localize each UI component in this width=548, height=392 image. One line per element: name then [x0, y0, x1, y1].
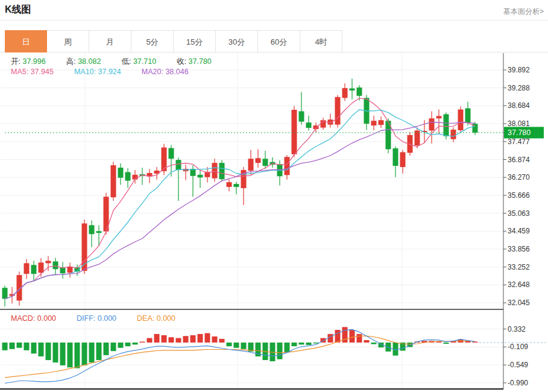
- candle[interactable]: [248, 159, 254, 171]
- macd-bar[interactable]: [2, 343, 8, 350]
- macd-bar[interactable]: [82, 343, 87, 365]
- macd-bar[interactable]: [357, 334, 362, 343]
- candle[interactable]: [24, 263, 30, 274]
- macd-bar[interactable]: [299, 343, 304, 344]
- candle[interactable]: [227, 182, 232, 187]
- candle[interactable]: [53, 261, 58, 269]
- candle[interactable]: [234, 184, 239, 187]
- price-axis-label: 39.892: [508, 66, 530, 74]
- tab-period-0[interactable]: 日: [5, 30, 47, 52]
- candle[interactable]: [292, 110, 297, 154]
- tab-period-3[interactable]: 5分: [131, 30, 174, 52]
- macd-bar[interactable]: [212, 337, 218, 343]
- macd-bar[interactable]: [205, 333, 210, 343]
- candle[interactable]: [350, 89, 355, 90]
- macd-bar[interactable]: [125, 343, 131, 346]
- candle[interactable]: [465, 109, 471, 123]
- macd-bar[interactable]: [111, 343, 116, 351]
- candle[interactable]: [263, 159, 268, 166]
- macd-bar[interactable]: [198, 334, 203, 343]
- candle[interactable]: [212, 163, 218, 179]
- macd-bar[interactable]: [46, 343, 51, 360]
- legend-ma-label: MA5:: [11, 68, 28, 76]
- ma20-line: [5, 122, 475, 299]
- candle[interactable]: [299, 111, 304, 121]
- macd-bar[interactable]: [140, 342, 145, 343]
- candle[interactable]: [46, 261, 51, 263]
- macd-bar[interactable]: [169, 337, 174, 343]
- candle[interactable]: [2, 288, 8, 299]
- macd-panel[interactable]: [2, 327, 547, 383]
- candle[interactable]: [68, 267, 73, 273]
- macd-bar[interactable]: [60, 343, 66, 365]
- macd-bar[interactable]: [292, 343, 297, 346]
- macd-bar[interactable]: [17, 343, 22, 348]
- candle[interactable]: [176, 160, 181, 170]
- candle[interactable]: [371, 121, 377, 125]
- macd-bar[interactable]: [53, 343, 58, 362]
- candle[interactable]: [219, 163, 225, 179]
- tab-period-1[interactable]: 周: [47, 30, 89, 52]
- candle[interactable]: [335, 97, 341, 125]
- macd-bar[interactable]: [277, 343, 283, 359]
- macd-bar[interactable]: [183, 336, 189, 343]
- candle[interactable]: [31, 265, 37, 274]
- macd-bar[interactable]: [234, 343, 239, 348]
- macd-bar[interactable]: [68, 343, 73, 367]
- macd-bar[interactable]: [219, 339, 225, 343]
- candle[interactable]: [393, 148, 398, 166]
- candle[interactable]: [198, 175, 203, 177]
- macd-bar[interactable]: [10, 343, 15, 349]
- candle[interactable]: [169, 148, 174, 159]
- macd-bar[interactable]: [176, 338, 181, 343]
- tab-period-2[interactable]: 月: [89, 30, 131, 52]
- candle[interactable]: [285, 157, 290, 175]
- candle[interactable]: [342, 88, 348, 98]
- candle[interactable]: [118, 168, 124, 178]
- macd-bar[interactable]: [444, 343, 449, 344]
- macd-bar[interactable]: [191, 335, 196, 343]
- macd-bar[interactable]: [386, 343, 391, 352]
- candle[interactable]: [400, 152, 406, 167]
- macd-bar[interactable]: [89, 343, 95, 362]
- candle[interactable]: [89, 225, 95, 234]
- candle[interactable]: [125, 172, 131, 180]
- macd-bar[interactable]: [39, 343, 44, 356]
- candle[interactable]: [96, 231, 102, 233]
- macd-bar[interactable]: [154, 334, 160, 343]
- macd-bar[interactable]: [162, 335, 167, 343]
- macd-bar[interactable]: [350, 330, 355, 343]
- candle[interactable]: [379, 120, 384, 125]
- candle[interactable]: [451, 130, 456, 139]
- macd-bar[interactable]: [285, 343, 290, 352]
- macd-bar[interactable]: [147, 338, 153, 343]
- macd-bar[interactable]: [75, 343, 80, 368]
- candle[interactable]: [256, 158, 261, 163]
- tab-period-4[interactable]: 15分: [174, 30, 216, 52]
- candle[interactable]: [39, 262, 44, 273]
- macd-bar[interactable]: [96, 343, 102, 360]
- macd-bar[interactable]: [118, 343, 124, 348]
- candle[interactable]: [306, 122, 312, 128]
- macd-bar[interactable]: [24, 343, 30, 350]
- legend-ohlc-item: 开: 37.996: [11, 57, 54, 66]
- macd-bar[interactable]: [31, 343, 37, 353]
- tab-period-7[interactable]: 4时: [300, 30, 342, 52]
- candle[interactable]: [436, 116, 442, 118]
- macd-bar[interactable]: [335, 330, 341, 343]
- tab-period-6[interactable]: 60分: [258, 30, 300, 52]
- candle[interactable]: [429, 118, 435, 130]
- candle[interactable]: [357, 87, 362, 96]
- macd-bar[interactable]: [306, 343, 312, 345]
- macd-bar[interactable]: [133, 343, 138, 344]
- candle[interactable]: [458, 110, 464, 130]
- macd-bar[interactable]: [241, 343, 247, 349]
- macd-bar[interactable]: [227, 343, 232, 346]
- candle[interactable]: [111, 165, 116, 197]
- macd-bar[interactable]: [364, 340, 370, 343]
- macd-bar[interactable]: [473, 342, 478, 343]
- macd-bar[interactable]: [104, 343, 109, 355]
- tab-period-5[interactable]: 30分: [216, 30, 258, 52]
- macd-bar[interactable]: [371, 343, 377, 344]
- last-price-badge-label: 37.780: [508, 128, 531, 137]
